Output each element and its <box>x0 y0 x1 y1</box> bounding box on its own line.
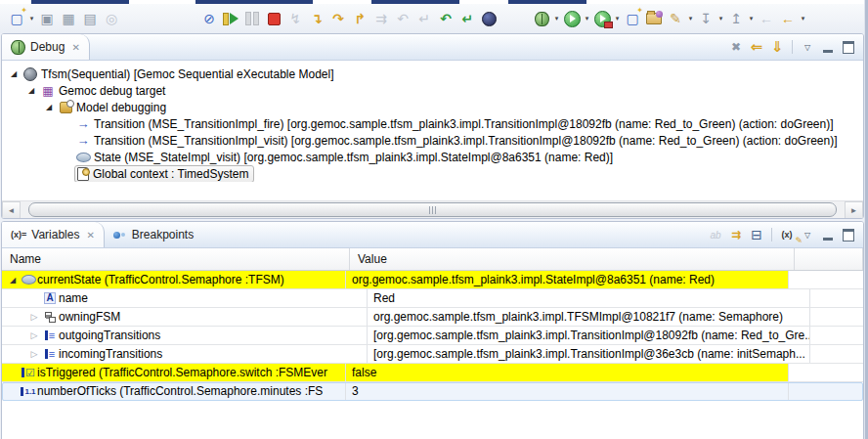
scroll-left-icon[interactable]: ◄ <box>2 201 21 219</box>
previous-annotation-dropdown-icon[interactable]: ▾ <box>747 9 756 28</box>
variable-row-owningFSM[interactable]: ▷ owningFSM org.gemoc.sample.tfsm_plaink… <box>2 308 863 327</box>
debug-bug-icon <box>11 40 25 55</box>
last-edit-location-icon[interactable]: ← <box>756 8 777 29</box>
step-return-icon[interactable]: ↱ <box>349 8 370 29</box>
column-header-name[interactable]: Name <box>2 248 350 270</box>
variable-row-outgoingTransitions[interactable]: ▷ ≡ outgoingTransitions [org.gemoc.sampl… <box>2 327 863 345</box>
tree-row-debug-target[interactable]: ◢ ▦ Gemoc debug target <box>2 82 863 99</box>
run-launch-icon[interactable] <box>561 8 583 29</box>
tree-row-label: Global context : TimedSystem <box>93 167 248 181</box>
stack-frame-icon <box>77 167 89 181</box>
terminate-icon[interactable] <box>263 8 284 29</box>
gemoc-engine-icon[interactable] <box>478 8 499 29</box>
variable-name: numberOfTicks (TrafficControl.Semaphore.… <box>37 384 323 398</box>
step-over-icon[interactable]: ↷ <box>327 8 349 29</box>
pause-icon[interactable] <box>241 8 263 29</box>
back-nav-icon[interactable]: ← <box>777 8 799 29</box>
maximize-icon[interactable] <box>840 226 857 243</box>
twist-closed-icon[interactable]: ▷ <box>27 349 41 359</box>
twist-closed-icon[interactable]: ▷ <box>27 330 41 340</box>
previous-annotation-icon[interactable]: ↥ <box>725 8 747 29</box>
twist-open-icon[interactable]: ◢ <box>6 276 20 285</box>
step-back-over-icon[interactable]: ↵ <box>413 8 435 29</box>
engine-icon <box>22 67 39 81</box>
column-header-empty <box>795 248 863 270</box>
variable-row-numberOfTicks[interactable]: 1.1 numberOfTicks (TrafficControl.Semaph… <box>2 382 863 401</box>
variable-name: incomingTransitions <box>59 347 162 361</box>
variable-row-incomingTransitions[interactable]: ▷ ≡ incomingTransitions [org.gemoc.sampl… <box>2 345 863 364</box>
main-toolbar: ▢ ▾ ▣ ▦ ▤ ◎ ⊘ ↯ ↴ ↷ ↱ ⇉ ↶ ↵ ↶ ↵ ▾ ▾ ▾ ▢ … <box>0 4 868 33</box>
variable-value: 3 <box>346 382 789 400</box>
variables-table: Name Value ◢ currentState (TrafficContro… <box>2 248 863 439</box>
new-wizard-icon[interactable]: ▢ <box>6 8 27 29</box>
print-icon[interactable]: ▤ <box>79 8 101 29</box>
scrollbar-track[interactable] <box>21 201 845 218</box>
toolbar-separator <box>771 228 772 241</box>
tab-debug[interactable]: Debug ✕ <box>2 34 90 60</box>
transition-arrow-icon: → <box>74 133 92 148</box>
disconnect-icon[interactable]: ↯ <box>284 8 306 29</box>
tab-breakpoints[interactable]: Breakpoints <box>105 222 202 247</box>
selected-tree-row[interactable]: Global context : TimedSystem <box>74 165 254 182</box>
variable-row-isTriggered[interactable]: ☑ isTriggered (TrafficControl.Semaphore.… <box>2 364 863 382</box>
tree-row-launch[interactable]: ◢ Tfsm(Sequential) [Gemoc Sequential eXe… <box>2 66 863 82</box>
remove-terminated-icon[interactable]: ✖ <box>727 38 745 56</box>
show-logical-structures-icon[interactable]: ⇉ <box>727 226 745 243</box>
save-all-icon[interactable]: ▦ <box>58 8 79 29</box>
twist-closed-icon[interactable]: ▷ <box>27 312 41 322</box>
step-into-icon[interactable]: ↴ <box>306 8 327 29</box>
state-icon <box>74 153 92 162</box>
fetch-remote-icon[interactable]: ◎ <box>101 8 122 29</box>
next-annotation-dropdown-icon[interactable]: ▾ <box>716 9 725 28</box>
step-back-into-icon[interactable]: ↶ <box>392 8 413 29</box>
twist-open-icon[interactable]: ◢ <box>23 86 39 95</box>
watch-expression-icon[interactable]: (x) <box>778 226 796 243</box>
maximize-icon[interactable] <box>840 38 857 56</box>
view-menu-icon[interactable]: ▽ <box>799 38 816 56</box>
next-annotation-icon[interactable]: ↧ <box>695 8 716 29</box>
column-header-value[interactable]: Value <box>350 248 795 270</box>
tree-row-global-context[interactable]: Global context : TimedSystem <box>2 165 863 182</box>
next-step-icon[interactable]: ⇓ <box>768 38 786 56</box>
variable-row-currentState[interactable]: ◢ currentState (TrafficControl.Semaphore… <box>2 271 863 289</box>
external-tools-icon[interactable] <box>591 8 613 29</box>
debug-launch-dropdown-icon[interactable]: ▾ <box>552 9 561 28</box>
twist-open-icon[interactable]: ◢ <box>41 103 57 111</box>
reverse-step-icon[interactable]: ↵ <box>456 8 478 29</box>
tree-row-transition-fire[interactable]: → Transition (MSE_TransitionImpl_fire) [… <box>2 115 863 132</box>
variable-name: isTriggered (TrafficControl.Semaphore.sw… <box>37 366 327 379</box>
numeric-icon: 1.1 <box>20 387 37 396</box>
tab-close-icon[interactable]: ✕ <box>86 230 94 241</box>
scrollbar-thumb[interactable] <box>28 202 837 217</box>
tree-row-state-visit[interactable]: State (MSE_StateImpl_visit) [org.gemoc.s… <box>2 149 863 165</box>
external-tools-dropdown-icon[interactable]: ▾ <box>613 9 622 28</box>
scroll-right-icon[interactable]: ► <box>845 201 863 219</box>
collapse-all-icon[interactable]: ⊟ <box>748 226 765 243</box>
row-empty-cell <box>789 271 863 288</box>
minimize-icon[interactable] <box>819 38 837 56</box>
variable-name: owningFSM <box>59 310 120 324</box>
save-icon[interactable]: ▣ <box>36 8 58 29</box>
twist-open-icon[interactable]: ◢ <box>6 69 22 78</box>
tab-close-icon[interactable]: ✕ <box>71 42 79 53</box>
variable-row-name[interactable]: A name Red <box>2 289 863 308</box>
debug-launch-icon[interactable] <box>531 8 552 29</box>
tree-row-transition-visit[interactable]: → Transition (MSE_TransitionImpl_visit) … <box>2 132 863 149</box>
run-launch-dropdown-icon[interactable]: ▾ <box>583 9 591 28</box>
skip-all-breakpoints-icon[interactable]: ⊘ <box>198 8 220 29</box>
new-java-wizard-icon[interactable]: ▢ <box>622 8 643 29</box>
minimize-icon[interactable] <box>819 226 837 243</box>
mark-occurrences-dropdown-icon[interactable]: ▾ <box>686 9 695 28</box>
debug-view: Debug ✕ ✖ ⇐ ⇓ ▽ ◢ Tfsm(Sequential) [Gemo… <box>1 33 864 219</box>
tab-variables[interactable]: (x)= Variables ✕ <box>2 222 105 247</box>
new-wizard-dropdown-icon[interactable]: ▾ <box>27 9 36 28</box>
mark-occurrences-icon[interactable]: ✎ <box>665 8 686 29</box>
back-nav-dropdown-icon[interactable]: ▾ <box>799 9 807 28</box>
open-folder-icon[interactable] <box>643 8 665 29</box>
back-step-icon[interactable]: ↶ <box>435 8 456 29</box>
previous-step-icon[interactable]: ⇐ <box>748 38 765 56</box>
run-to-line-icon[interactable]: ⇉ <box>370 8 392 29</box>
resume-icon[interactable] <box>220 8 241 29</box>
show-type-names-icon[interactable]: ab <box>707 226 724 243</box>
tree-row-model-debugging[interactable]: ◢ Model debugging <box>2 99 863 115</box>
